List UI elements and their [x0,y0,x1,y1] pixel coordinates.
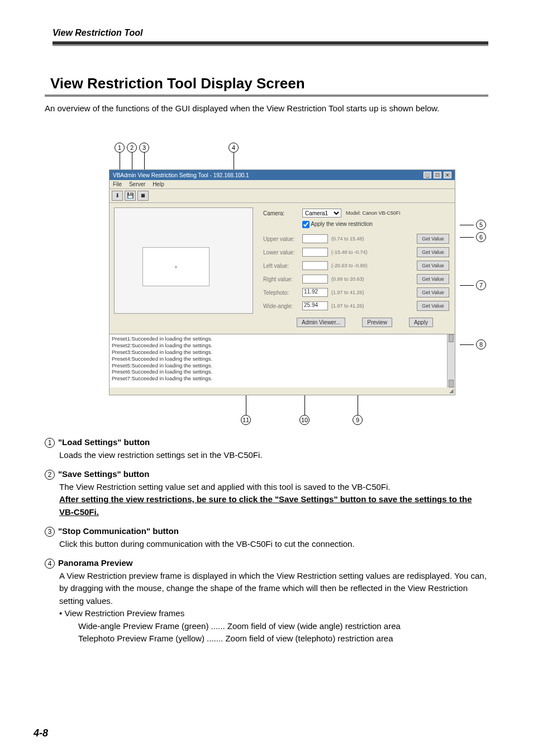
camera-select[interactable]: Camera1 [302,209,341,218]
page-header: View Restriction Tool [53,28,488,46]
item-body: A View Restriction preview frame is disp… [59,570,488,608]
model-label: Model: Canon VB-C50Fi [346,210,401,216]
value-range: (0.74 to 15.48) [331,236,380,242]
callout-3: 3 [139,143,149,153]
log-line: Preset7:Succeeded in loading the setting… [112,375,453,382]
log-line: Preset3:Succeeded in loading the setting… [112,349,453,356]
value-range: (1.97 to 41.26) [331,303,380,309]
callout-8: 8 [476,339,486,349]
screenshot-figure: 1 2 3 4 VBAdmin View Restriction Setting… [109,143,467,426]
window-title: VBAdmin View Restriction Setting Tool - … [113,172,249,178]
resize-grip[interactable]: ◢ [110,388,455,395]
section-intro: An overview of the functions of the GUI … [45,102,488,115]
apply-restriction-checkbox[interactable] [302,221,310,228]
callout-8-wrap: 8 [460,339,486,349]
value-row: Left value:(-20.63 to -0.99)Get Value [263,261,449,271]
value-range: (-15.48 to -0.74) [331,249,380,255]
value-row: Right value:(0.99 to 20.63)Get Value [263,274,449,284]
log-line: Preset1:Succeeded in loading the setting… [112,336,453,342]
item-subline: Wide-angle Preview Frame (green) ...... … [78,620,488,633]
callout-7-wrap: 7 [460,280,486,290]
admin-viewer-button[interactable]: Admin Viewer... [297,318,345,327]
item-num: 4 [45,559,55,569]
preview-frame[interactable] [142,247,210,286]
value-range: (1.97 to 41.26) [331,290,380,295]
callout-4: 4 [229,143,239,153]
camera-label: Camera: [263,210,302,216]
section-title: View Restriction Tool Display Screen [50,75,305,92]
item-title: "Save Settings" button [58,468,149,481]
minimize-button[interactable]: _ [423,172,431,178]
value-label: Telephoto: [263,290,302,296]
close-button[interactable]: × [444,172,451,178]
menu-help[interactable]: Help [153,181,164,187]
value-input[interactable] [302,275,328,284]
leader-line [234,153,234,169]
item-3: 3"Stop Communication" button Click this … [45,525,488,550]
value-label: Wide-angle: [263,303,302,309]
titlebar: VBAdmin View Restriction Setting Tool - … [110,170,455,180]
item-title: "Load Settings" button [58,436,150,449]
stop-communication-button[interactable]: ⏹ [137,191,149,201]
apply-button[interactable]: Apply [409,318,433,327]
get-value-button[interactable]: Get Value [417,287,449,297]
item-body: Loads the view restriction settings set … [59,449,488,462]
leader-line [246,395,246,415]
get-value-button[interactable]: Get Value [417,261,449,271]
section-title-wrap: View Restriction Tool Display Screen [45,72,488,97]
settings-panel: Camera: Camera1 Model: Canon VB-C50Fi Ap… [258,203,455,334]
menu-server[interactable]: Server [129,181,145,187]
value-input[interactable] [302,234,328,243]
callout-6: 6 [476,232,486,242]
load-settings-button[interactable]: ⬇ [112,191,123,201]
value-input[interactable] [302,248,328,257]
callout-6-wrap: 6 [460,232,486,242]
value-range: (-20.63 to -0.99) [331,263,380,268]
callout-5: 5 [476,220,486,230]
menubar: File Server Help [110,180,455,189]
value-label: Left value: [263,263,302,269]
explanation-list: 1"Load Settings" button Loads the view r… [45,436,488,652]
panorama-preview-panel [110,203,258,334]
item-body: Click this button during communication w… [59,538,488,551]
callout-10: 10 [299,415,310,425]
value-input[interactable] [302,261,328,270]
item-2: 2"Save Settings" button The View Restric… [45,468,488,518]
item-1: 1"Load Settings" button Loads the view r… [45,436,488,461]
value-row: Wide-angle:25.94(1.97 to 41.26)Get Value [263,301,449,311]
doc-section-title: View Restriction Tool [53,28,488,38]
top-callouts: 1 2 3 4 [109,143,467,169]
item-body: The View Restriction setting value set a… [59,481,488,519]
log-line: Preset6:Succeeded in loading the setting… [112,368,453,375]
preview-button[interactable]: Preview [362,318,392,327]
item-num: 1 [45,438,55,448]
get-value-button[interactable]: Get Value [417,274,449,284]
value-input[interactable]: 11.92 [302,288,328,297]
apply-restriction-row: Apply the view restriction [302,221,449,228]
log-line: Preset2:Succeeded in loading the setting… [112,342,453,349]
leader-line [132,153,132,169]
log-line: Preset4:Succeeded in loading the setting… [112,356,453,362]
get-value-button[interactable]: Get Value [417,301,449,311]
value-row: Lower value:(-15.48 to -0.74)Get Value [263,247,449,257]
item-body-line: The View Restriction setting value set a… [59,482,391,492]
maximize-button[interactable]: □ [434,172,441,178]
leader-line [304,395,305,415]
value-input[interactable]: 25.94 [302,301,328,310]
get-value-button[interactable]: Get Value [417,247,449,257]
get-value-button[interactable]: Get Value [417,234,449,244]
leader-line [120,153,120,169]
panorama-preview[interactable] [114,207,253,314]
log-panel: Preset1:Succeeded in loading the setting… [110,334,455,388]
scrollbar[interactable] [447,334,455,388]
menu-file[interactable]: File [113,181,122,187]
page-number: 4-8 [34,727,48,739]
bottom-button-row: Admin Viewer... Preview Apply [291,314,449,330]
save-settings-button[interactable]: 💾 [125,191,136,201]
callout-11: 11 [241,415,251,425]
callout-7: 7 [476,280,486,290]
callout-1: 1 [115,143,125,153]
leader-line [144,153,145,169]
callout-9: 9 [353,415,363,425]
value-label: Lower value: [263,249,302,256]
